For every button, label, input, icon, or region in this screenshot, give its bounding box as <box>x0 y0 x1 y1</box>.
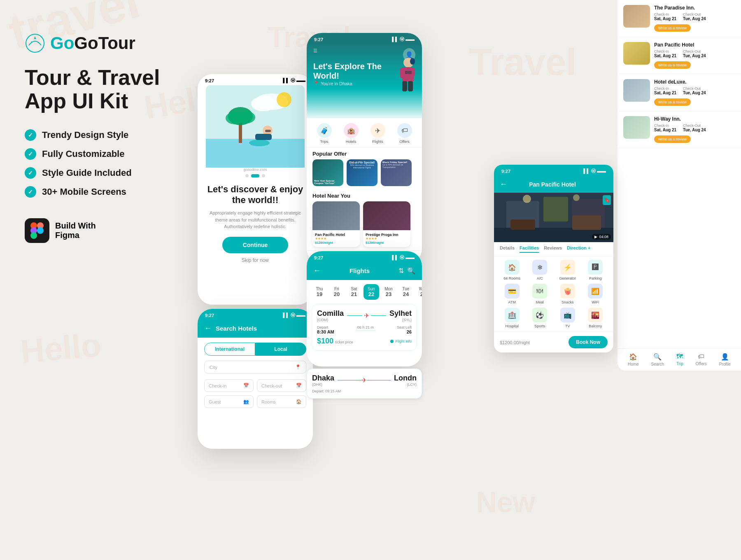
flight-route-1: Comilla (COM) ✈ Sylhet (SYL) <box>317 309 412 322</box>
svg-rect-24 <box>412 68 415 76</box>
hotel-list-panel: The Paradise Inn. Check-In Sat, Aug 21 C… <box>618 0 741 371</box>
nav-flights[interactable]: ✈ Flights <box>370 123 385 144</box>
figma-badge: Build With Figma <box>25 218 189 243</box>
svg-point-14 <box>237 111 255 124</box>
check-dates-4: Check-In Sat, Aug 21 Check-Out Tue, Aug … <box>654 124 735 132</box>
amenity-tv: 📺 TV <box>555 308 580 328</box>
date-fields-row: Check-in 📅 Check-out 📅 <box>198 379 313 395</box>
hotel-detail-hero: ▶04:08 🔖 <box>494 193 613 242</box>
right-nav-home[interactable]: 🏠 Home <box>628 353 639 366</box>
hotel-list-item-2: Pan Pacific Hotel Check-In Sat, Aug 21 C… <box>618 37 741 74</box>
plane-icon-2: ✈ <box>361 376 367 384</box>
detail-tab-direction[interactable]: Direction + <box>567 245 590 253</box>
amenity-snacks: 🍿 Snacks <box>555 284 580 304</box>
tab-local[interactable]: Local <box>255 343 306 356</box>
book-now-button[interactable]: Book Now <box>569 336 608 348</box>
back-button-search[interactable]: ← <box>204 324 212 333</box>
hotel-thumb-1 <box>623 5 650 28</box>
filter-icon[interactable]: ⇅ <box>398 267 404 275</box>
offer-card-3[interactable]: Black Friday Special! Up to 40% discount… <box>381 159 412 186</box>
offer-card-2[interactable]: Eid-ul-Fitr Special! 50% discount on Mal… <box>347 159 377 186</box>
guest-rooms-row: Guest 👥 Rooms 🏠 <box>198 395 313 411</box>
search-hotels-header: ← Search Hotels <box>198 320 313 338</box>
calendar-icon-checkout: 📅 <box>296 383 302 388</box>
city-input[interactable]: City 📍 <box>204 361 306 373</box>
hotel-card-2[interactable]: Prestige Proga Inn ★★★★ $1200/night <box>363 201 410 247</box>
watermark-site: gooodme.com <box>206 168 305 172</box>
generator-icon-box: ⚡ <box>560 260 575 275</box>
phone-flights: 9:27 ▌▌ ⓦ ▬▬ ← Flights ⇅ 🔍 Thu 19 Fri 20… <box>307 251 422 366</box>
status-bar-1: 9:27 ▌▌ ⓦ ▬▬ <box>198 74 313 85</box>
nav-trips[interactable]: 🧳 Trips <box>317 123 332 144</box>
date-wed[interactable]: Wed 25 <box>415 284 422 300</box>
flight-card-2[interactable]: Dhaka (DHK) ✈ Londn (LCY) Depart: 09:15 … <box>307 369 422 399</box>
tab-international[interactable]: International <box>204 343 255 356</box>
date-tue[interactable]: Tue 24 <box>398 284 414 300</box>
flights-actions: ⇅ 🔍 <box>398 267 415 275</box>
date-mon[interactable]: Mon 23 <box>381 284 396 300</box>
right-nav-profile[interactable]: 👤 Profile <box>719 353 731 366</box>
rooms-input[interactable]: Rooms 🏠 <box>257 395 306 408</box>
detail-tab-facilities[interactable]: Facilities <box>520 245 539 253</box>
phone-search-hotels: 9:27 ▌▌ ⓦ ▬▬ ← Search Hotels Internation… <box>198 309 313 449</box>
hotel-cards-list: Pan Pacific Hotel ★★★★ $1200/night Prest… <box>307 201 422 247</box>
parking-icon-box: 🅿 <box>588 260 603 275</box>
offer-card-1[interactable]: New Year SpecialCoupon "GoTour" <box>312 159 343 186</box>
nav-hotels[interactable]: 🏨 Hotels <box>344 123 359 144</box>
hotel-list-item-3: Hotel deLuxe. Check-In Sat, Aug 21 Check… <box>618 74 741 111</box>
date-sat[interactable]: Sat 21 <box>346 284 362 300</box>
hotel-card-1[interactable]: Pan Pacific Hotel ★★★★ $1200/night <box>312 201 360 247</box>
calendar-icon-checkin: 📅 <box>243 383 249 388</box>
continue-button[interactable]: Continue <box>222 237 289 253</box>
right-nav-search[interactable]: 🔍 Search <box>651 353 664 366</box>
skip-link[interactable]: Skip for now <box>206 257 305 263</box>
review-btn-4[interactable]: Write us a review <box>654 135 691 143</box>
feature-2: ✓ Fully Customizable <box>25 148 189 160</box>
date-fri[interactable]: Fri 20 <box>329 284 345 300</box>
hotel-stars-2: ★★★★ <box>366 237 408 240</box>
svg-rect-6 <box>206 85 305 143</box>
bookmark-icon[interactable]: 🔖 <box>603 195 611 205</box>
nav-offers[interactable]: 🏷 Offers <box>397 123 412 144</box>
check-icon-3: ✓ <box>25 167 36 179</box>
bg-watermark-new: New <box>476 486 535 519</box>
offers-icon: 🏷 <box>397 123 412 138</box>
hero-illustration <box>390 56 419 95</box>
amenity-sports: ⚽ Sports <box>528 308 552 328</box>
detail-tabs: Details Facilities Reviews Direction + <box>494 242 613 257</box>
detail-tab-reviews[interactable]: Reviews <box>544 245 562 253</box>
right-nav-trip[interactable]: 🗺 Trip <box>676 353 683 366</box>
detail-tab-details[interactable]: Details <box>500 245 515 253</box>
flight-card-1[interactable]: Comilla (COM) ✈ Sylhet (SYL) Depart 8:30… <box>312 304 417 351</box>
svg-point-15 <box>249 140 270 146</box>
detail-footer: $1200.00/night Book Now <box>494 331 613 352</box>
flight-2-depart: Depart: 09:15 AM <box>312 389 417 393</box>
check-dates-1: Check-In Sat, Aug 21 Check-Out Tue, Aug … <box>654 12 735 21</box>
plane-icon-1: ✈ <box>364 312 369 320</box>
date-thu[interactable]: Thu 19 <box>312 284 327 300</box>
flight-info-link[interactable]: Flight Info <box>390 339 412 343</box>
check-icon-2: ✓ <box>25 148 36 160</box>
hotel-img-1 <box>312 201 360 230</box>
amenity-parking: 🅿 Parking <box>583 260 608 280</box>
search-icon-flights[interactable]: 🔍 <box>407 267 415 275</box>
right-nav-offers[interactable]: 🏷 Offers <box>696 353 707 366</box>
svg-point-8 <box>251 96 276 111</box>
date-sun[interactable]: Sun 22 <box>364 284 379 300</box>
checkout-input[interactable]: Check-out 📅 <box>257 379 306 392</box>
review-btn-3[interactable]: Write us a review <box>654 98 691 106</box>
amenity-atm: 💳 ATM <box>500 284 524 304</box>
svg-rect-23 <box>400 68 405 78</box>
review-btn-2[interactable]: Write us a review <box>654 61 691 69</box>
svg-rect-34 <box>572 215 601 230</box>
check-dates-2: Check-In Sat, Aug 21 Check-Out Tue, Aug … <box>654 49 735 58</box>
logo-text: GoGoTour <box>50 33 135 53</box>
back-button-detail[interactable]: ← <box>500 180 507 189</box>
review-btn-1[interactable]: Write us a review <box>654 24 691 32</box>
checkin-input[interactable]: Check-in 📅 <box>204 379 254 392</box>
guest-input[interactable]: Guest 👥 <box>204 395 254 408</box>
flight-price-row: $100 ticket price Flight Info <box>317 337 412 345</box>
amenity-meal: 🍽 Meal <box>528 284 552 304</box>
flights-header: ← Flights ⇅ 🔍 <box>307 262 422 280</box>
back-button-flights[interactable]: ← <box>313 266 321 275</box>
